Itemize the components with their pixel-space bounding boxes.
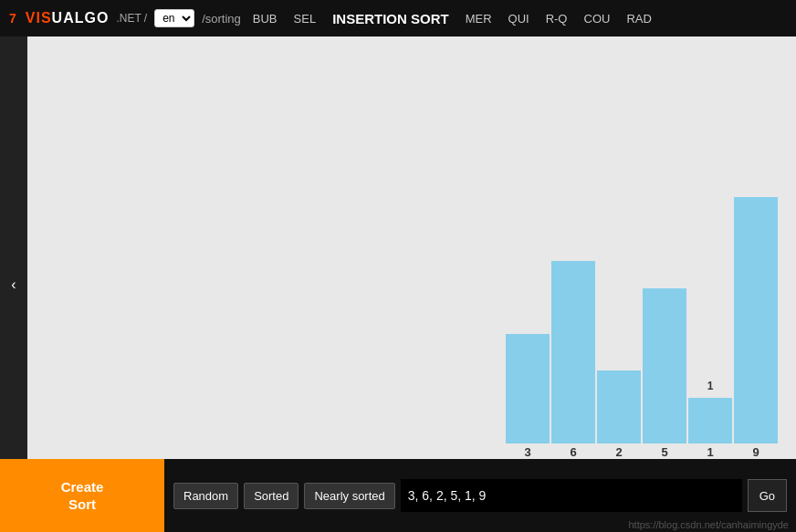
bar (643, 288, 686, 443)
nav-rad[interactable]: RAD (622, 8, 655, 29)
nearly-sorted-button[interactable]: Nearly sorted (304, 483, 394, 509)
navbar: 7 VISUALGO .NET / en /sorting BUB SEL IN… (0, 0, 796, 37)
logo-net: .NET / (116, 12, 147, 25)
bar-chart: 3625119 (506, 197, 796, 459)
visualization-area: 3625119 (27, 37, 796, 459)
logo-vis: VIS (26, 10, 52, 26)
bar (506, 334, 550, 443)
bar-container: 6 (551, 261, 595, 459)
bar: 1 (688, 398, 732, 443)
bar-top-label: 1 (688, 380, 732, 392)
left-panel-toggle[interactable]: ‹ (0, 37, 27, 532)
logo-text: VISUALGO (26, 10, 110, 26)
nav-r-q[interactable]: R-Q (541, 8, 572, 29)
bar-value-label: 2 (615, 445, 622, 459)
logo-number: 7 (9, 11, 16, 26)
bottom-panel: Create Sort Random Sorted Nearly sorted … (0, 459, 796, 532)
bar-value-label: 3 (524, 445, 530, 459)
go-button[interactable]: Go (748, 479, 787, 512)
bar-value-label: 6 (570, 445, 576, 459)
nav-sel[interactable]: SEL (289, 8, 321, 29)
bar-value-label: 1 (707, 445, 713, 459)
bar (551, 261, 595, 443)
bar-container: 5 (643, 288, 686, 459)
nav-bub[interactable]: BUB (248, 8, 282, 29)
bar-container: 3 (506, 334, 550, 459)
bar-value-label: 9 (752, 445, 759, 459)
nav-cou[interactable]: COU (580, 8, 615, 29)
nav-insertion-sort[interactable]: INSERTION SORT (328, 7, 454, 30)
controls-right: Random Sorted Nearly sorted Go (164, 479, 796, 512)
nav-mer[interactable]: MER (461, 8, 497, 29)
bar-container: 11 (688, 398, 732, 459)
language-select[interactable]: en (154, 9, 194, 27)
bar-container: 9 (734, 197, 778, 459)
bar-container: 2 (597, 370, 641, 459)
create-sort-button[interactable]: Create Sort (0, 459, 164, 532)
logo-ualgo: UALGO (52, 10, 110, 26)
bar (597, 370, 641, 443)
create-label: Create (61, 478, 104, 496)
random-button[interactable]: Random (173, 483, 238, 509)
chevron-left-icon: ‹ (11, 276, 16, 293)
sorted-button[interactable]: Sorted (244, 483, 298, 509)
path-label: /sorting (202, 12, 241, 26)
nav-qui[interactable]: QUI (504, 8, 534, 29)
bar (734, 197, 778, 443)
bar-value-label: 5 (661, 445, 667, 459)
array-input[interactable] (401, 479, 742, 512)
sort-label: Sort (68, 495, 96, 514)
footer-url: https://blog.csdn.net/canhaimingyde (628, 519, 789, 530)
